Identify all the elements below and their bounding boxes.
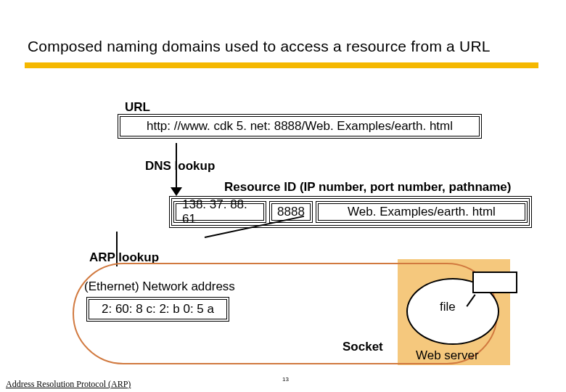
ethernet-box: 2: 60: 8 c: 2: b 0: 5 a xyxy=(86,297,229,322)
url-label: URL xyxy=(125,100,150,115)
file-label: file xyxy=(440,300,456,314)
web-server-label: Web server xyxy=(416,348,479,363)
url-box: http: //www. cdk 5. net: 8888/Web. Examp… xyxy=(118,114,482,139)
dns-lookup-label: DNS lookup xyxy=(145,159,215,173)
socket-label: Socket xyxy=(343,340,383,354)
resource-id-label: Resource ID (IP number, port number, pat… xyxy=(224,180,511,195)
url-value: http: //www. cdk 5. net: 8888/Web. Examp… xyxy=(147,119,453,134)
ethernet-label: (Ethernet) Network address xyxy=(84,279,235,294)
page-number: 13 xyxy=(282,376,289,383)
web-server-rect xyxy=(472,271,517,293)
dns-arrow-head xyxy=(171,187,182,196)
slide-title: Composed naming domains used to access a… xyxy=(28,38,491,55)
ethernet-value: 2: 60: 8 c: 2: b 0: 5 a xyxy=(102,302,214,317)
resource-path: Web. Examples/earth. html xyxy=(316,201,528,223)
title-underline xyxy=(25,62,538,68)
resource-id-box: 138. 37. 88. 61 8888 Web. Examples/earth… xyxy=(169,196,532,228)
footer-arp: Address Resolution Protocol (ARP) xyxy=(6,379,131,390)
resource-ip: 138. 37. 88. 61 xyxy=(173,201,266,223)
